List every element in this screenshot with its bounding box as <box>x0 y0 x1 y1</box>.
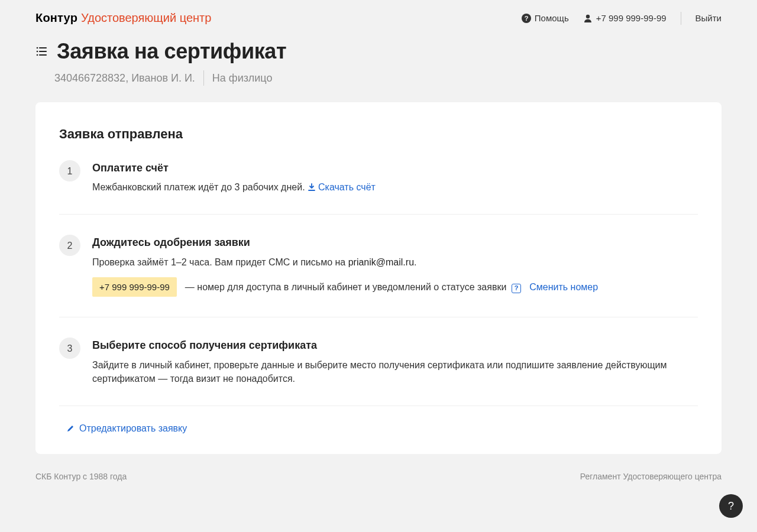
subtitle-type: На физлицо <box>212 70 273 86</box>
edit-block: Отредактировать заявку <box>59 406 698 436</box>
svg-point-5 <box>37 51 38 53</box>
step-title: Дождитесь одобрения заявки <box>92 235 698 250</box>
svg-text:?: ? <box>524 15 528 22</box>
logo-main: Контур <box>35 9 77 27</box>
download-invoice-link[interactable]: Скачать счёт <box>308 182 376 192</box>
divider <box>59 317 698 317</box>
step-desc-prefix: Проверка займёт 1–2 часа. Вам придет СМС… <box>92 257 348 267</box>
step-desc: Зайдите в личный кабинет, проверьте данн… <box>92 358 698 385</box>
help-fab[interactable]: ? <box>719 494 743 518</box>
logo[interactable]: Контур Удостоверяющий центр <box>35 9 211 27</box>
phone-description: — номер для доступа в личный кабинет и у… <box>185 282 506 292</box>
phone-text: — номер для доступа в личный кабинет и у… <box>185 280 521 294</box>
help-label: Помощь <box>535 12 569 25</box>
step-number: 1 <box>59 160 80 181</box>
step-number: 3 <box>59 338 80 359</box>
step-desc: Межбанковский платеж идёт до 3 рабочих д… <box>92 180 698 194</box>
edit-request-link[interactable]: Отредактировать заявку <box>59 421 187 435</box>
status-card: Заявка отправлена 1 Оплатите счёт Межбан… <box>35 102 722 453</box>
account-phone: +7 999 999-99-99 <box>596 12 667 25</box>
svg-point-3 <box>37 47 38 49</box>
phone-row: +7 999 999-99-99 — номер для доступа в л… <box>92 277 698 297</box>
header: Контур Удостоверяющий центр ? Помощь +7 … <box>0 0 757 33</box>
header-right: ? Помощь +7 999 999-99-99 Выйти <box>522 12 722 25</box>
step-body: Выберите способ получения сертификата За… <box>92 338 698 385</box>
pencil-icon <box>66 424 75 433</box>
help-badge[interactable]: ? <box>512 284 521 293</box>
subtitle-id: 340466728832, Иванов И. И. <box>54 70 195 86</box>
step-body: Оплатите счёт Межбанковский платеж идёт … <box>92 160 698 194</box>
page-subtitle: 340466728832, Иванов И. И. На физлицо <box>35 70 722 86</box>
divider <box>681 12 681 25</box>
help-circle-icon: ? <box>522 14 531 23</box>
step-2: 2 Дождитесь одобрения заявки Проверка за… <box>59 235 698 317</box>
change-phone-link[interactable]: Сменить номер <box>529 280 598 294</box>
svg-point-7 <box>37 54 38 56</box>
divider <box>203 70 204 86</box>
account-link[interactable]: +7 999 999-99-99 <box>583 12 667 25</box>
step-email: prianik@mail.ru <box>348 257 414 267</box>
card-heading: Заявка отправлена <box>59 125 698 144</box>
step-1: 1 Оплатите счёт Межбанковский платеж идё… <box>59 160 698 214</box>
step-desc-text: Межбанковский платеж идёт до 3 рабочих д… <box>92 182 305 192</box>
page: Заявка на сертификат 340466728832, Ивано… <box>0 33 757 454</box>
user-icon <box>583 14 593 23</box>
logout-label: Выйти <box>695 12 722 25</box>
step-title: Оплатите счёт <box>92 160 698 176</box>
divider <box>59 214 698 215</box>
logo-sub: Удостоверяющий центр <box>81 9 211 27</box>
footer-regulation-link[interactable]: Регламент Удостоверяющего центра <box>580 471 722 482</box>
footer: СКБ Контур с 1988 года Регламент Удостов… <box>0 468 757 497</box>
svg-point-2 <box>586 14 590 18</box>
page-title: Заявка на сертификат <box>57 36 286 67</box>
download-icon <box>308 183 316 192</box>
page-title-row: Заявка на сертификат <box>35 36 722 67</box>
help-link[interactable]: ? Помощь <box>522 12 569 25</box>
phone-tag: +7 999 999-99-99 <box>92 277 177 297</box>
step-desc-suffix: . <box>414 257 416 267</box>
footer-left: СКБ Контур с 1988 года <box>35 471 127 482</box>
step-title: Выберите способ получения сертификата <box>92 338 698 353</box>
menu-button[interactable] <box>35 46 47 57</box>
step-3: 3 Выберите способ получения сертификата … <box>59 338 698 405</box>
logout-link[interactable]: Выйти <box>695 12 722 25</box>
step-body: Дождитесь одобрения заявки Проверка займ… <box>92 235 698 297</box>
step-desc: Проверка займёт 1–2 часа. Вам придет СМС… <box>92 255 698 269</box>
edit-request-label: Отредактировать заявку <box>79 421 187 435</box>
list-icon <box>35 46 47 57</box>
download-invoice-label: Скачать счёт <box>318 182 376 192</box>
step-number: 2 <box>59 235 80 256</box>
